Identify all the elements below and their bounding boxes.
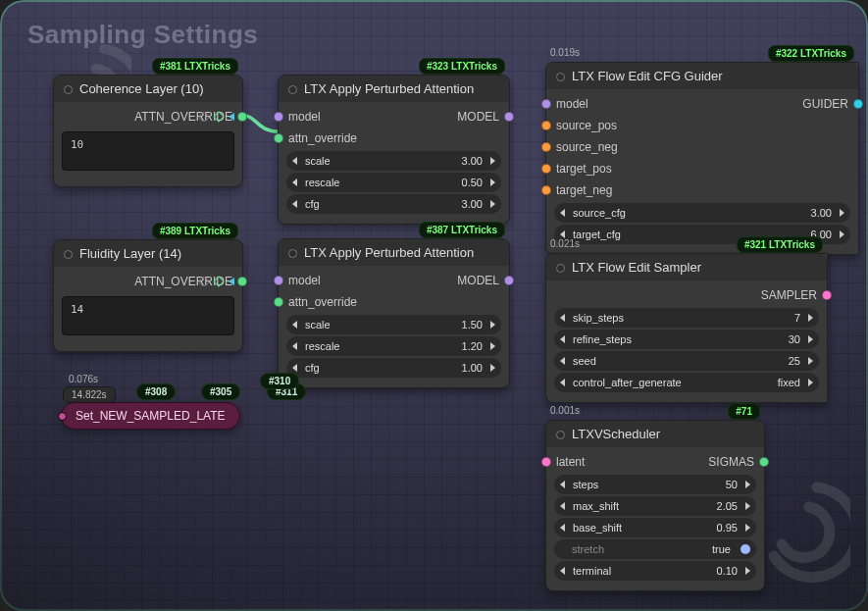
- increment-icon[interactable]: [840, 230, 844, 238]
- node-title: LTX Apply Perturbed Attention: [304, 81, 474, 96]
- widget-refine-steps[interactable]: refine_steps30: [554, 330, 819, 349]
- increment-icon[interactable]: [808, 357, 813, 365]
- input-port-source-neg[interactable]: [541, 142, 551, 152]
- input-port-source-pos[interactable]: [541, 121, 551, 130]
- decrement-icon[interactable]: [292, 157, 297, 165]
- increment-icon[interactable]: [490, 321, 495, 329]
- increment-icon[interactable]: [745, 481, 750, 488]
- node-set-new-sampled-latent[interactable]: Set_NEW_SAMPLED_LATE: [61, 402, 240, 430]
- node-titlebar[interactable]: LTX Apply Perturbed Attention: [279, 76, 509, 102]
- decrement-icon[interactable]: [560, 567, 565, 575]
- node-flow-edit-cfg-guider[interactable]: 0.019s #322 LTXTricks LTX Flow Edit CFG …: [545, 62, 859, 255]
- decrement-icon[interactable]: [292, 342, 297, 350]
- increment-icon[interactable]: [490, 342, 495, 350]
- widget-cfg[interactable]: cfg3.00: [286, 194, 501, 214]
- input-label: attn_override: [288, 295, 499, 309]
- widget-skip-steps[interactable]: skip_steps7: [554, 308, 819, 328]
- increment-icon[interactable]: [490, 364, 495, 372]
- increment-icon[interactable]: [745, 567, 750, 575]
- collapse-icon[interactable]: [556, 73, 565, 81]
- input-port[interactable]: [58, 412, 67, 421]
- input-label: source_pos: [556, 119, 848, 132]
- widget-source-cfg[interactable]: source_cfg3.00: [554, 203, 850, 223]
- node-titlebar[interactable]: LTXVScheduler: [546, 421, 764, 447]
- widget-scale[interactable]: scale3.00: [286, 151, 501, 171]
- input-port-latent[interactable]: [541, 457, 551, 467]
- increment-icon[interactable]: [808, 314, 813, 322]
- increment-icon[interactable]: [745, 524, 750, 532]
- increment-icon[interactable]: [840, 209, 844, 217]
- decrement-icon[interactable]: [560, 357, 565, 365]
- node-graph-canvas[interactable]: Sampling Settings #381: [0, 0, 868, 611]
- decrement-icon[interactable]: [292, 321, 297, 329]
- node-ltxv-scheduler[interactable]: 0.001s #71 LTXVScheduler latent SIGMAS s…: [545, 420, 765, 591]
- input-port-model[interactable]: [541, 99, 551, 109]
- decrement-icon[interactable]: [560, 314, 565, 322]
- node-titlebar[interactable]: Fluidity Layer (14): [54, 240, 242, 267]
- decrement-icon[interactable]: [560, 379, 565, 386]
- increment-icon[interactable]: [490, 200, 495, 208]
- text-widget[interactable]: 14: [62, 296, 234, 335]
- input-port-attn-override[interactable]: [274, 133, 283, 143]
- node-titlebar[interactable]: LTX Apply Perturbed Attention: [279, 239, 509, 266]
- widget-control-after-generate[interactable]: control_after_generatefixed: [554, 373, 819, 392]
- decrement-icon[interactable]: [560, 502, 565, 510]
- collapse-icon[interactable]: [288, 85, 297, 94]
- increment-icon[interactable]: [808, 335, 813, 343]
- collapse-icon[interactable]: [556, 431, 565, 439]
- output-port-model[interactable]: [504, 112, 514, 122]
- increment-icon[interactable]: [490, 178, 495, 186]
- collapse-icon[interactable]: [64, 250, 73, 259]
- node-titlebar[interactable]: LTX Flow Edit CFG Guider: [546, 63, 858, 89]
- node-apply-perturbed-attention-b[interactable]: #387 LTXTricks LTX Apply Perturbed Atten…: [278, 238, 510, 388]
- increment-icon[interactable]: [490, 157, 495, 165]
- decrement-icon[interactable]: [560, 481, 565, 488]
- widget-rescale[interactable]: rescale1.20: [286, 336, 501, 356]
- output-port-attn-override[interactable]: [237, 112, 247, 122]
- node-title: Fluidity Layer (14): [79, 246, 181, 261]
- node-badge: #387 LTXTricks: [419, 222, 505, 238]
- collapse-icon[interactable]: [288, 249, 297, 258]
- widget-seed[interactable]: seed25: [554, 351, 819, 371]
- input-port-target-neg[interactable]: [541, 185, 551, 195]
- output-port-sampler[interactable]: [822, 290, 832, 300]
- collapse-icon[interactable]: [556, 264, 565, 273]
- output-port-sigmas[interactable]: [759, 457, 769, 467]
- decrement-icon[interactable]: [560, 335, 565, 343]
- mute-icon[interactable]: [229, 278, 234, 285]
- input-port-target-pos[interactable]: [541, 164, 551, 174]
- widget-steps[interactable]: steps50: [554, 475, 756, 494]
- decrement-icon[interactable]: [560, 524, 565, 532]
- decrement-icon[interactable]: [560, 209, 565, 217]
- node-apply-perturbed-attention-a[interactable]: #323 LTXTricks LTX Apply Perturbed Atten…: [278, 75, 510, 225]
- decrement-icon[interactable]: [292, 364, 297, 372]
- mute-icon[interactable]: [229, 113, 234, 121]
- node-badge: #321 LTXTricks: [737, 236, 823, 253]
- increment-icon[interactable]: [808, 379, 813, 386]
- node-titlebar[interactable]: LTX Flow Edit Sampler: [546, 254, 827, 280]
- input-port-model[interactable]: [274, 276, 283, 285]
- widget-max-shift[interactable]: max_shift2.05: [554, 496, 756, 516]
- node-titlebar[interactable]: Coherence Layer (10): [54, 76, 242, 102]
- output-port-attn-override[interactable]: [237, 277, 247, 286]
- widget-scale[interactable]: scale1.50: [286, 315, 501, 334]
- widget-rescale[interactable]: rescale0.50: [286, 173, 501, 192]
- widget-base-shift[interactable]: base_shift0.95: [554, 518, 756, 537]
- increment-icon[interactable]: [745, 502, 750, 510]
- input-port-model[interactable]: [274, 112, 283, 122]
- text-widget[interactable]: 10: [62, 131, 234, 171]
- node-coherence-layer[interactable]: #381 LTXTricks Coherence Layer (10) ATTN…: [53, 75, 243, 187]
- widget-cfg[interactable]: cfg1.00: [286, 358, 501, 378]
- collapse-icon[interactable]: [64, 85, 73, 94]
- decrement-icon[interactable]: [292, 200, 297, 208]
- node-flow-edit-sampler[interactable]: 0.021s #321 LTXTricks LTX Flow Edit Samp…: [545, 253, 828, 403]
- output-port-guider[interactable]: [853, 99, 863, 109]
- decrement-icon[interactable]: [560, 230, 565, 238]
- input-label: model: [288, 110, 394, 124]
- widget-terminal[interactable]: terminal0.10: [554, 561, 756, 581]
- input-port-attn-override[interactable]: [274, 297, 283, 307]
- node-fluidity-layer[interactable]: #389 LTXTricks Fluidity Layer (14) ATTN_…: [53, 239, 243, 352]
- widget-stretch[interactable]: stretchtrue: [554, 539, 756, 559]
- output-port-model[interactable]: [504, 276, 514, 285]
- decrement-icon[interactable]: [292, 178, 297, 186]
